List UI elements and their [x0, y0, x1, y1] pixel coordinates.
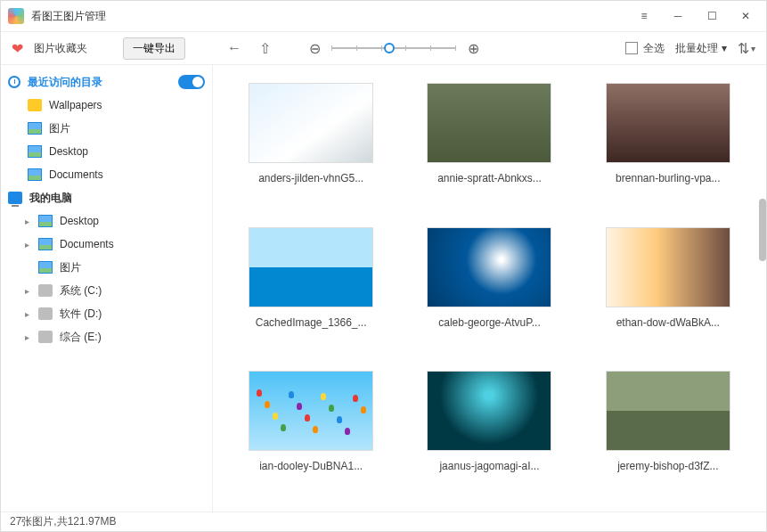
main-panel: anders-jilden-vhnG5...annie-spratt-Abnkx…	[213, 65, 766, 512]
img-icon	[38, 215, 53, 227]
app-icon	[8, 8, 24, 24]
thumbnail-label: CachedImage_1366_...	[256, 316, 367, 329]
thumbnail-label: jaanus-jagomagi-aI...	[439, 460, 539, 472]
sidebar-computer-item[interactable]: ▸Documents	[1, 233, 212, 256]
slider-thumb[interactable]	[384, 43, 395, 53]
status-bar: 27张图片,共121.97MB	[1, 512, 766, 531]
thumbnail-item[interactable]: brennan-burling-vpa...	[597, 83, 739, 206]
thumbnail-item[interactable]: jaanus-jagomagi-aI...	[418, 371, 560, 494]
export-button[interactable]: 一键导出	[123, 37, 185, 60]
thumbnail-item[interactable]: ian-dooley-DuBNA1...	[240, 371, 382, 494]
computer-icon	[8, 192, 22, 204]
clock-icon	[8, 76, 20, 88]
thumbnail-label: anders-jilden-vhnG5...	[258, 172, 363, 184]
zoom-slider[interactable]: ⊖ ⊕	[305, 38, 483, 58]
sidebar-computer-item[interactable]: 图片	[1, 256, 212, 279]
sidebar-item-label: 综合 (E:)	[60, 330, 102, 345]
sidebar-item-label: Wallpapers	[49, 99, 102, 111]
chevron-right-icon: ▸	[22, 286, 31, 296]
sidebar-item-label: 图片	[49, 121, 70, 136]
chevron-right-icon: ▸	[22, 332, 31, 342]
thumbnail-image	[427, 83, 551, 163]
select-all-label: 全选	[643, 41, 665, 56]
sidebar-recent-item[interactable]: Wallpapers	[1, 94, 212, 117]
close-button[interactable]: ✕	[732, 3, 759, 29]
sidebar-item-label: Documents	[60, 238, 114, 250]
img-icon	[28, 145, 42, 158]
thumbnail-grid: anders-jilden-vhnG5...annie-spratt-Abnkx…	[213, 65, 766, 512]
toolbar: ❤ 图片收藏夹 一键导出 ← ⇧ ⊖ ⊕ 全选 批量处理 ▾ ⇅ ▾	[1, 31, 766, 65]
sidebar-recent-item[interactable]: Desktop	[1, 140, 212, 163]
sidebar-computer-item[interactable]: ▸软件 (D:)	[1, 302, 212, 325]
drive-icon	[38, 307, 53, 320]
batch-process-dropdown[interactable]: 批量处理 ▾	[675, 41, 727, 56]
thumbnail-image	[606, 227, 730, 307]
zoom-in-icon[interactable]: ⊕	[463, 38, 483, 58]
thumbnail-label: brennan-burling-vpa...	[616, 172, 720, 184]
sidebar-computer-header[interactable]: 我的电脑	[1, 186, 212, 209]
thumbnail-item[interactable]: CachedImage_1366_...	[240, 227, 382, 350]
sidebar-recent-item[interactable]: Documents	[1, 163, 212, 186]
thumbnail-item[interactable]: ethan-dow-dWaBkA...	[597, 227, 739, 350]
thumbnail-image	[249, 227, 373, 307]
sidebar-item-label: 软件 (D:)	[60, 307, 102, 322]
scrollbar[interactable]	[759, 199, 766, 261]
menu-button[interactable]: ≡	[631, 3, 657, 29]
chevron-down-icon: ▾	[722, 42, 727, 54]
drive-icon	[38, 284, 53, 297]
checkbox-icon	[625, 42, 638, 54]
thumbnail-label: jeremy-bishop-d3fZ...	[617, 460, 718, 472]
thumbnail-label: ian-dooley-DuBNA1...	[259, 460, 363, 472]
select-all-checkbox[interactable]: 全选	[625, 41, 665, 56]
thumbnail-label: caleb-george-AtvuP...	[438, 316, 541, 329]
maximize-button[interactable]: ☐	[698, 3, 725, 29]
chevron-right-icon: ▸	[22, 217, 31, 226]
status-text: 27张图片,共121.97MB	[10, 514, 116, 529]
sidebar-computer-item[interactable]: ▸系统 (C:)	[1, 279, 212, 302]
recent-header-label: 最近访问的目录	[28, 75, 102, 90]
favorites-label[interactable]: 图片收藏夹	[34, 41, 87, 56]
thumbnail-image	[606, 371, 730, 451]
sidebar-item-label: Documents	[49, 168, 103, 181]
img-icon	[28, 168, 42, 181]
chevron-right-icon: ▸	[22, 240, 31, 250]
thumbnail-item[interactable]: anders-jilden-vhnG5...	[240, 83, 382, 206]
folder-icon	[28, 99, 42, 111]
thumbnail-image	[606, 83, 730, 163]
thumbnail-image	[427, 371, 551, 451]
sidebar-computer-item[interactable]: ▸综合 (E:)	[1, 325, 212, 348]
thumbnail-label: ethan-dow-dWaBkA...	[616, 316, 720, 329]
sidebar-item-label: 系统 (C:)	[60, 283, 102, 299]
sidebar-computer-item[interactable]: ▸Desktop	[1, 209, 212, 233]
img-icon	[38, 261, 53, 274]
drive-icon	[38, 331, 53, 343]
back-button[interactable]: ←	[224, 38, 244, 58]
zoom-out-icon[interactable]: ⊖	[305, 38, 324, 58]
thumbnail-item[interactable]: annie-spratt-Abnkxs...	[418, 83, 560, 206]
thumbnail-item[interactable]: caleb-george-AtvuP...	[418, 227, 560, 350]
sidebar-recent-header[interactable]: 最近访问的目录	[1, 70, 212, 94]
img-icon	[38, 238, 53, 250]
thumbnail-label: annie-spratt-Abnkxs...	[437, 172, 542, 184]
sidebar-item-label: Desktop	[49, 145, 88, 158]
batch-label: 批量处理	[675, 41, 718, 56]
heart-icon: ❤	[12, 40, 23, 57]
sidebar-item-label: 图片	[60, 260, 81, 275]
thumbnail-image	[427, 227, 551, 307]
computer-header-label: 我的电脑	[29, 191, 72, 206]
sort-dropdown[interactable]: ⇅ ▾	[738, 40, 755, 57]
minimize-button[interactable]: ─	[665, 3, 691, 29]
up-button[interactable]: ⇧	[255, 38, 274, 58]
img-icon	[28, 122, 42, 135]
sidebar-recent-item[interactable]: 图片	[1, 117, 212, 140]
chevron-right-icon: ▸	[22, 309, 31, 319]
sidebar-item-label: Desktop	[60, 215, 99, 227]
sidebar: 最近访问的目录 Wallpapers图片DesktopDocuments 我的电…	[1, 65, 213, 512]
thumbnail-image	[249, 83, 373, 163]
thumbnail-image	[249, 371, 373, 451]
thumbnail-item[interactable]: jeremy-bishop-d3fZ...	[597, 371, 739, 494]
titlebar: 看图王图片管理 ≡ ─ ☐ ✕	[1, 1, 766, 31]
slider-track[interactable]	[331, 47, 456, 49]
window-title: 看图王图片管理	[31, 9, 106, 24]
recent-toggle[interactable]	[178, 75, 205, 89]
